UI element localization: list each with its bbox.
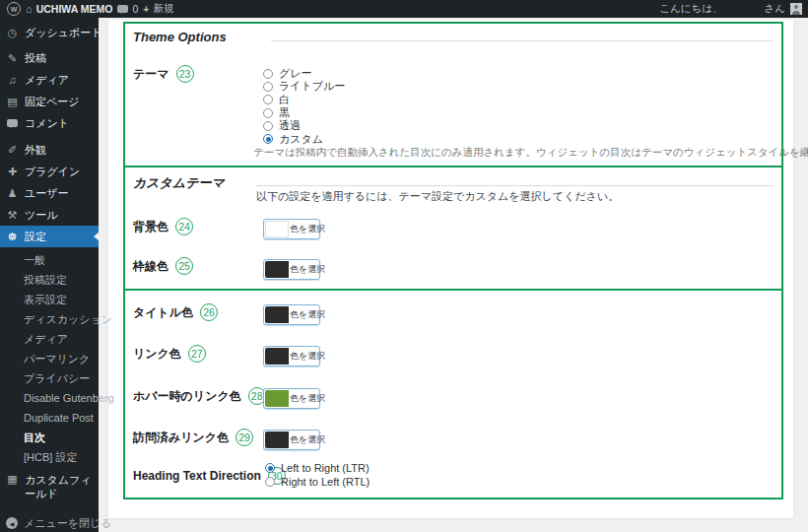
color-swatch — [265, 348, 289, 365]
radio-icon[interactable] — [263, 108, 273, 118]
radio-icon[interactable] — [263, 95, 273, 104]
theme-option-custom[interactable]: カスタム — [263, 132, 345, 145]
user-name[interactable]: さん — [765, 2, 786, 16]
section-title: カスタムテーマ — [133, 174, 225, 192]
pages-icon — [6, 97, 19, 107]
radio-icon[interactable] — [263, 121, 273, 131]
greeting-text: こんにちは、 — [659, 2, 722, 16]
annotation-badge-23: 23 — [176, 65, 194, 83]
home-icon — [26, 4, 33, 15]
site-link[interactable]: UCHIWA MEMO — [26, 3, 112, 15]
submenu-item-toc[interactable]: 目次 — [0, 428, 99, 447]
submenu-item-general[interactable]: 一般 — [0, 250, 99, 270]
title-color-label: タイトル色 26 — [133, 303, 218, 321]
radio-icon[interactable] — [265, 477, 275, 487]
admin-bar: UCHIWA MEMO 0 新規 こんにちは、 さん — [0, 0, 808, 18]
color-swatch — [265, 261, 289, 278]
sidebar-item-media[interactable]: メディア — [0, 69, 99, 91]
submenu-item-reading[interactable]: 表示設定 — [0, 290, 99, 309]
theme-field-label: テーマ 23 — [133, 65, 194, 83]
sidebar-item-settings[interactable]: 設定 — [0, 226, 99, 247]
annotation-badge-24: 24 — [175, 218, 193, 235]
custom-fields-icon — [6, 474, 19, 485]
submenu-item-privacy[interactable]: プライバシー — [0, 368, 99, 388]
heading-direction-label: Heading Text Direction 30 — [133, 467, 286, 485]
visited-link-color-label: 訪問済みリンク色 29 — [133, 429, 253, 446]
new-label: 新規 — [153, 2, 173, 16]
collapse-icon — [6, 517, 18, 529]
dashboard-icon — [6, 28, 19, 38]
sidebar-item-appearance[interactable]: 外観 — [0, 139, 99, 161]
sidebar-item-dashboard[interactable]: ダッシュボード — [0, 22, 99, 43]
submenu-item-media[interactable]: メディア — [0, 329, 99, 349]
sidebar-item-custom-fields[interactable]: カスタムフィールド — [0, 470, 99, 505]
visited-link-color-picker-button[interactable]: 色を選択 — [263, 430, 320, 450]
custom-theme-colors-section: タイトル色 26 色を選択 リンク色 27 色を選択 ホバー時のリンク色 — [123, 289, 783, 499]
theme-option-transparent[interactable]: 透過 — [263, 119, 345, 132]
sidebar-item-plugins[interactable]: プラグイン — [0, 161, 99, 182]
hover-link-color-picker-button[interactable]: 色を選択 — [263, 388, 320, 409]
comment-count: 0 — [132, 3, 138, 15]
sidebar-item-tools[interactable]: ツール — [0, 204, 99, 226]
settings-panel: Theme Options テーマ 23 グレー ライトブルー — [108, 20, 793, 518]
pushpin-icon — [6, 53, 19, 64]
wordpress-admin-screen: UCHIWA MEMO 0 新規 こんにちは、 さん ダッシュボード 投稿 — [0, 0, 808, 532]
bg-color-picker-button[interactable]: 色を選択 — [263, 219, 320, 239]
color-swatch — [265, 390, 289, 407]
color-swatch — [265, 221, 289, 237]
heading-rule — [256, 185, 774, 186]
link-color-picker-button[interactable]: 色を選択 — [263, 346, 320, 366]
title-color-picker-button[interactable]: 色を選択 — [263, 304, 320, 325]
section-title: Theme Options — [133, 30, 227, 44]
theme-option-black[interactable]: 黒 — [263, 106, 345, 119]
collapse-menu-button[interactable]: メニューを閉じる — [0, 512, 99, 532]
avatar[interactable] — [790, 3, 802, 15]
submenu-item-permalink[interactable]: パーマリンク — [0, 349, 99, 368]
custom-theme-description: 以下の設定を適用するには、テーマ設定でカスタムを選択してください。 — [256, 189, 619, 204]
submenu-item-writing[interactable]: 投稿設定 — [0, 270, 99, 290]
radio-icon[interactable] — [263, 69, 273, 79]
color-swatch — [265, 306, 289, 323]
theme-options-section: Theme Options テーマ 23 グレー ライトブルー — [123, 22, 783, 167]
settings-icon — [6, 232, 19, 242]
border-color-label: 枠線色 25 — [133, 257, 193, 275]
hover-link-color-label: ホバー時のリンク色 28 — [133, 387, 266, 405]
theme-help-text: テーマは投稿内で自動挿入された目次にのみ適用されます。ウィジェットの目次はテーマ… — [253, 146, 808, 160]
bg-color-label: 背景色 24 — [133, 218, 193, 235]
link-color-label: リンク色 27 — [133, 345, 206, 363]
submenu-item-hcb[interactable]: [HCB] 設定 — [0, 447, 99, 467]
submenu-item-discussion[interactable]: ディスカッション — [0, 309, 99, 329]
color-swatch — [265, 432, 289, 448]
theme-option-lightblue[interactable]: ライトブルー — [263, 80, 345, 93]
annotation-badge-29: 29 — [236, 429, 253, 446]
heading-direction-radio-group: Left to Right (LTR) Right to Left (RTL) — [265, 461, 370, 489]
theme-radio-group: グレー ライトブルー 白 黒 — [263, 67, 345, 146]
theme-option-gray[interactable]: グレー — [263, 67, 345, 80]
radio-icon-checked[interactable] — [265, 463, 275, 473]
sidebar-item-posts[interactable]: 投稿 — [0, 47, 99, 69]
annotation-badge-25: 25 — [175, 257, 193, 275]
content-area: Theme Options テーマ 23 グレー ライトブルー — [99, 18, 808, 532]
new-content-button[interactable]: 新規 — [143, 2, 173, 16]
radio-icon[interactable] — [263, 82, 273, 92]
wordpress-logo-icon[interactable] — [7, 2, 21, 16]
radio-icon-checked[interactable] — [263, 134, 273, 144]
sidebar-item-users[interactable]: ユーザー — [0, 182, 99, 204]
tools-icon — [6, 210, 19, 221]
border-color-picker-button[interactable]: 色を選択 — [263, 259, 320, 280]
theme-option-white[interactable]: 白 — [263, 94, 345, 106]
submenu-item-disable-gutenberg[interactable]: Disable Gutenberg — [0, 388, 99, 408]
submenu-item-duplicate-post[interactable]: Duplicate Post — [0, 408, 99, 428]
direction-option-rtl[interactable]: Right to Left (RTL) — [265, 475, 370, 489]
settings-submenu: 一般 投稿設定 表示設定 ディスカッション メディア パーマリンク プライバシー… — [0, 247, 99, 470]
plugin-icon — [6, 166, 19, 177]
sidebar-item-comments[interactable]: コメント — [0, 112, 99, 134]
admin-sidebar: ダッシュボード 投稿 メディア 固定ページ コメント 外観 プラグイン ユーザ — [0, 18, 99, 532]
direction-option-ltr[interactable]: Left to Right (LTR) — [265, 461, 370, 475]
heading-rule — [271, 40, 774, 41]
comment-icon — [117, 5, 128, 13]
comments-bubble[interactable]: 0 — [117, 3, 138, 15]
plus-icon — [143, 3, 149, 15]
sidebar-item-pages[interactable]: 固定ページ — [0, 91, 99, 112]
comments-icon — [6, 118, 19, 129]
